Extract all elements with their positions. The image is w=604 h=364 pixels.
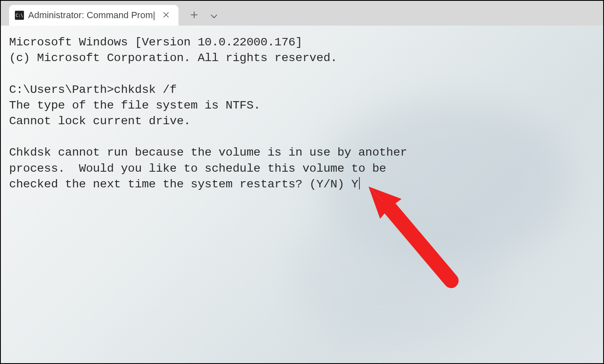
- close-icon: [163, 12, 169, 18]
- terminal-line: process. Would you like to schedule this…: [9, 162, 386, 175]
- new-tab-button[interactable]: [190, 10, 198, 21]
- terminal-line: Microsoft Windows [Version 10.0.22000.17…: [9, 35, 302, 49]
- terminal-prompt-line: C:\Users\Parth>chkdsk /f: [9, 83, 177, 97]
- terminal-body[interactable]: Microsoft Windows [Version 10.0.22000.17…: [1, 26, 603, 363]
- close-tab-button[interactable]: [159, 9, 173, 22]
- background-blur: [293, 202, 500, 347]
- terminal-output: Microsoft Windows [Version 10.0.22000.17…: [9, 35, 595, 192]
- window-tab[interactable]: C:\ Administrator: Command Prom|: [9, 5, 178, 26]
- terminal-line: Chkdsk cannot run because the volume is …: [9, 146, 407, 159]
- plus-icon: [190, 11, 198, 19]
- tab-title: Administrator: Command Prom|: [28, 10, 155, 21]
- chevron-down-icon: [210, 13, 218, 19]
- terminal-line: (c) Microsoft Corporation. All rights re…: [9, 51, 337, 65]
- cmd-icon: C:\: [15, 11, 24, 20]
- terminal-line: Cannot lock current drive.: [9, 114, 190, 128]
- terminal-line: checked the next time the system restart…: [9, 177, 358, 191]
- tab-dropdown-button[interactable]: [210, 10, 218, 21]
- terminal-window: C:\ Administrator: Command Prom|: [1, 1, 603, 363]
- text-cursor: [359, 177, 360, 189]
- titlebar-actions: [178, 5, 218, 26]
- terminal-line: The type of the file system is NTFS.: [9, 99, 261, 112]
- window-titlebar: C:\ Administrator: Command Prom|: [1, 1, 603, 26]
